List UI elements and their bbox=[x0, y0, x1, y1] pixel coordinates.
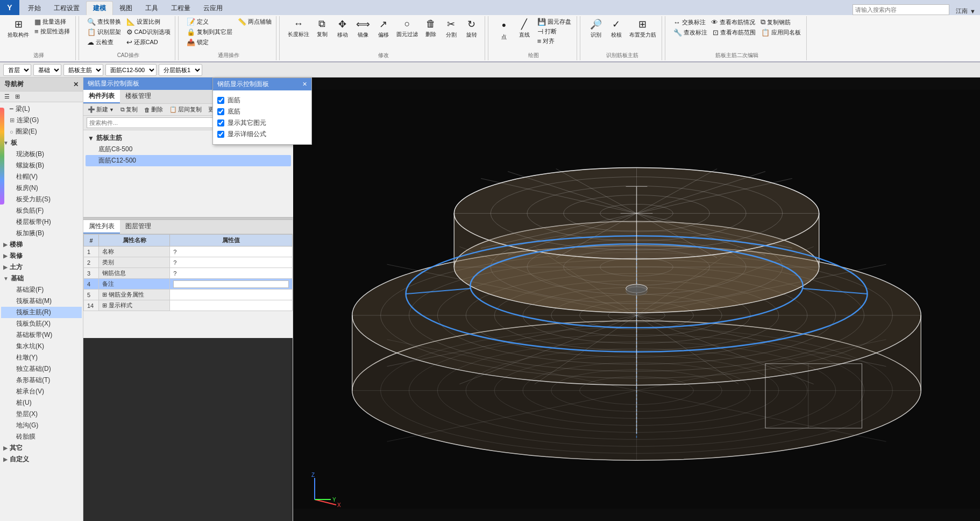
btn-two-point-axis[interactable]: 📏 两点辅轴 bbox=[236, 17, 274, 26]
btn-batch-select[interactable]: ▦ 批量选择 bbox=[32, 17, 72, 26]
tree-item-pile-cap[interactable]: 桩承台(V) bbox=[1, 386, 82, 397]
btn-swap-annotation[interactable]: ↔ 交换标注 bbox=[671, 17, 708, 27]
btn-rotate[interactable]: ↻ 旋转 bbox=[462, 17, 481, 40]
btn-cloud-check[interactable]: ☁ 云检查 bbox=[85, 38, 116, 47]
btn-floor-copy[interactable]: 📋 层间复制 bbox=[167, 105, 204, 114]
btn-point[interactable]: • 点 bbox=[494, 17, 514, 42]
btn-pick-component[interactable]: ⊞ 拾取构件 bbox=[5, 17, 31, 40]
checkbox-show-formula[interactable] bbox=[217, 131, 224, 138]
tree-item-cushion[interactable]: 垫层(X) bbox=[1, 409, 82, 420]
note-input[interactable] bbox=[173, 280, 289, 288]
tree-item-slab-rebar[interactable]: 板受力筋(S) bbox=[1, 194, 82, 205]
btn-break[interactable]: ⊣ 打断 bbox=[535, 27, 573, 36]
btn-define[interactable]: 📝 定义 bbox=[184, 17, 211, 26]
tree-item-brick-form[interactable]: 砖胎膜 bbox=[1, 431, 82, 442]
btn-line[interactable]: ╱ 直线 bbox=[515, 17, 534, 40]
tree-group-stairs[interactable]: ▶ 楼梯 bbox=[1, 239, 82, 250]
floor-select[interactable]: 首层 bbox=[3, 64, 31, 76]
tab-view[interactable]: 视图 bbox=[113, 2, 139, 15]
main-select[interactable]: 筋板主筋 bbox=[63, 64, 103, 76]
tree-item-column-pier[interactable]: 柱墩(Y) bbox=[1, 352, 82, 363]
nav-list-view[interactable]: ☰ bbox=[2, 93, 12, 101]
viewport-3d[interactable]: X Y Z bbox=[293, 78, 980, 521]
btn-mirror[interactable]: ⟺ 镜像 bbox=[353, 17, 373, 40]
control-panel-close[interactable]: ✕ bbox=[302, 81, 307, 88]
tree-item-foundation-beam[interactable]: 基础梁(F) bbox=[1, 284, 82, 295]
btn-move[interactable]: ✥ 移动 bbox=[333, 17, 352, 40]
tree-item-sump[interactable]: 集水坑(K) bbox=[1, 341, 82, 352]
btn-verify[interactable]: ✓ 校核 bbox=[607, 17, 626, 40]
btn-change-annotation[interactable]: 🔧 查改标注 bbox=[671, 28, 709, 37]
btn-dimension[interactable]: ↔ 长度标注 bbox=[286, 17, 311, 39]
tab-floor-management[interactable]: 楼板管理 bbox=[120, 90, 157, 103]
btn-identify-layer[interactable]: 📋 识别层架 bbox=[85, 27, 123, 37]
search-input[interactable] bbox=[853, 4, 949, 15]
tree-item-slab-neg-rebar[interactable]: 板负筋(F) bbox=[1, 205, 82, 216]
btn-lock[interactable]: 🔒 复制到其它层 bbox=[184, 27, 235, 37]
btn-view-layout[interactable]: 👁 查看布筋情况 bbox=[709, 17, 757, 27]
tab-quantities[interactable]: 工程量 bbox=[165, 2, 197, 15]
btn-delete[interactable]: 🗑 删除 bbox=[421, 17, 441, 39]
btn-offset[interactable]: ↗ 偏移 bbox=[374, 17, 393, 40]
tree-item-strip-foundation[interactable]: 条形基础(T) bbox=[1, 375, 82, 386]
btn-new-component[interactable]: ➕ 新建 ▼ bbox=[86, 105, 116, 114]
tab-cloud[interactable]: 云应用 bbox=[197, 2, 229, 15]
tree-item-slab-haunch[interactable]: 板加腋(B) bbox=[1, 228, 82, 239]
nav-tree-view[interactable]: ⊞ bbox=[13, 93, 22, 101]
tree-group-foundation[interactable]: ▼ 基础 bbox=[1, 273, 82, 284]
jinsban-item-top-rebar[interactable]: 面筋C12-500 bbox=[86, 155, 291, 166]
btn-copy-to-floor[interactable]: 📤 锁定 bbox=[184, 38, 211, 47]
btn-copy-rebar[interactable]: ⧉ 复制钢筋 bbox=[758, 17, 793, 27]
btn-view-range[interactable]: ⊡ 查看布筋范围 bbox=[711, 28, 758, 37]
tree-group-decoration[interactable]: ▶ 装修 bbox=[1, 250, 82, 262]
tree-group-slab[interactable]: ▼ 板 bbox=[1, 137, 82, 149]
tab-start[interactable]: 开始 bbox=[22, 2, 47, 15]
btn-place-rebar[interactable]: ⊞ 布置受力筋 bbox=[627, 17, 658, 40]
btn-split[interactable]: ✂ 分割 bbox=[442, 17, 461, 40]
checkbox-top-rebar[interactable] bbox=[217, 97, 224, 104]
tree-item-beam[interactable]: ━ 梁(L) bbox=[1, 103, 82, 115]
tree-item-cast-slab[interactable]: 现浇板(B) bbox=[1, 149, 82, 160]
spec-select[interactable]: 面筋C12-500 bbox=[105, 64, 157, 76]
btn-align-draw[interactable]: ≡ 对齐 bbox=[535, 37, 573, 46]
tree-item-isolated-foundation[interactable]: 独立基础(D) bbox=[1, 363, 82, 375]
btn-restore-cad[interactable]: ↩ 还原CAD bbox=[124, 38, 160, 47]
btn-circle-filter[interactable]: ○ 圆元过滤 bbox=[394, 17, 420, 39]
jinsban-item-bottom-rebar[interactable]: 底筋C8-500 bbox=[86, 144, 291, 155]
btn-delete-component[interactable]: 🗑 删除 bbox=[142, 105, 165, 114]
checkbox-show-elements[interactable] bbox=[217, 119, 224, 126]
tree-item-foundation-band[interactable]: 基础板带(W) bbox=[1, 329, 82, 341]
tree-group-other[interactable]: ▶ 其它 bbox=[1, 442, 82, 454]
tree-item-raft-foundation[interactable]: 筏板基础(M) bbox=[1, 295, 82, 307]
tab-props-list[interactable]: 属性列表 bbox=[83, 220, 120, 234]
tree-item-board-room[interactable]: 板房(N) bbox=[1, 182, 82, 194]
type-select[interactable]: 基础 bbox=[33, 64, 61, 76]
tab-component-list[interactable]: 构件列表 bbox=[83, 90, 120, 103]
btn-identify[interactable]: 🔎 识别 bbox=[586, 17, 606, 40]
checkbox-bottom-rebar[interactable] bbox=[217, 108, 224, 115]
btn-apply-same-board[interactable]: 📋 应用同名板 bbox=[759, 28, 803, 37]
layer-select[interactable]: 分层筋板1 bbox=[159, 64, 202, 76]
tree-item-floor-band[interactable]: 楼层板带(H) bbox=[1, 216, 82, 228]
tab-tools[interactable]: 工具 bbox=[139, 2, 165, 15]
btn-circle-save[interactable]: 💾 圆元存盘 bbox=[535, 17, 573, 26]
btn-property-select[interactable]: ≡ 按层性选择 bbox=[32, 27, 72, 36]
nav-close-icon[interactable]: ✕ bbox=[73, 81, 79, 88]
btn-set-scale[interactable]: 📐 设置比例 bbox=[124, 17, 162, 26]
tab-project-settings[interactable]: 工程设置 bbox=[47, 2, 86, 15]
tab-layer-management[interactable]: 图层管理 bbox=[120, 220, 157, 234]
btn-cad-options[interactable]: ⚙ CAD识别选项 bbox=[124, 27, 173, 37]
tree-item-column-cap[interactable]: 柱帽(V) bbox=[1, 171, 82, 182]
tree-group-earthwork[interactable]: ▶ 土方 bbox=[1, 262, 82, 273]
btn-copy[interactable]: ⧉ 复制 bbox=[313, 17, 332, 39]
tree-item-pile[interactable]: 桩(U) bbox=[1, 397, 82, 409]
tab-modeling[interactable]: 建模 bbox=[86, 1, 113, 15]
tree-group-custom[interactable]: ▶ 自定义 bbox=[1, 454, 82, 465]
tree-item-spiral-slab[interactable]: 螺旋板(B) bbox=[1, 160, 82, 171]
btn-find-replace[interactable]: 🔍 查找替换 bbox=[85, 17, 123, 26]
tree-item-coupling-beam[interactable]: ⊞ 连梁(G) bbox=[1, 115, 82, 126]
tree-item-trench[interactable]: 地沟(G) bbox=[1, 420, 82, 431]
tree-item-raft-main-rebar[interactable]: 筏板主筋(R) bbox=[1, 307, 82, 318]
tree-item-raft-neg-rebar[interactable]: 筏板负筋(X) bbox=[1, 318, 82, 329]
btn-copy-component[interactable]: ⧉ 复制 bbox=[118, 105, 140, 114]
